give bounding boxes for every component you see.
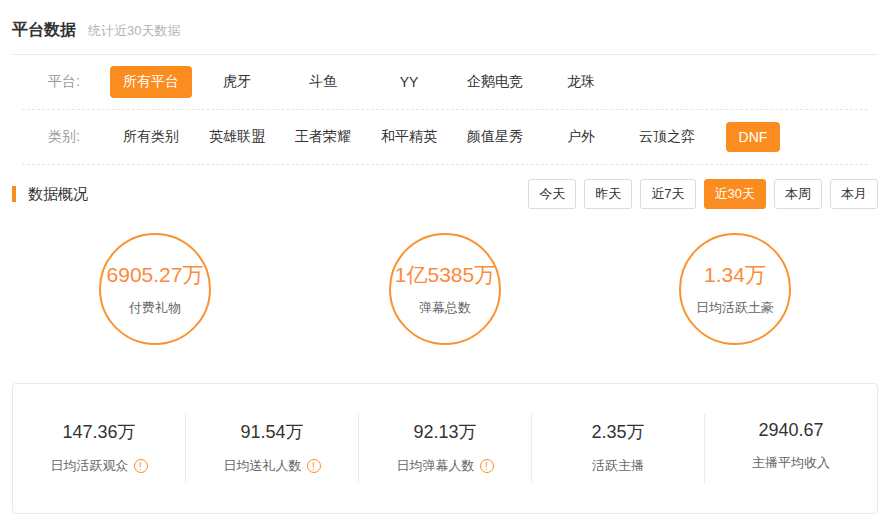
filter-item-slot: 英雄联盟 bbox=[194, 121, 280, 153]
time-tab[interactable]: 昨天 bbox=[584, 179, 632, 209]
stat-item: 2.35万 活跃主播 bbox=[532, 414, 705, 483]
filter-items: 所有类别 英雄联盟 王者荣耀 和平精英 颜值星秀 户外 云顶之弈 DNF bbox=[108, 121, 796, 153]
stat-item: 2940.67 主播平均收入 bbox=[705, 414, 877, 483]
metric-label: 付费礼物 bbox=[129, 299, 181, 317]
filter-item[interactable]: 和平精英 bbox=[375, 121, 443, 153]
stat-label: 日均送礼人数 bbox=[224, 457, 302, 475]
filter-item[interactable]: 龙珠 bbox=[561, 66, 601, 98]
metric-circle: 1亿5385万 弹幕总数 bbox=[389, 233, 501, 345]
filter-item[interactable]: 所有平台 bbox=[110, 66, 192, 98]
filter-item[interactable]: 所有类别 bbox=[117, 121, 185, 153]
stat-value: 2940.67 bbox=[705, 420, 877, 441]
filter-item[interactable]: 颜值星秀 bbox=[461, 121, 529, 153]
filter-item-slot: 龙珠 bbox=[538, 66, 624, 98]
time-tab[interactable]: 近30天 bbox=[704, 179, 766, 209]
stat-label-row: 日均送礼人数 ! bbox=[186, 457, 358, 475]
metric-value: 6905.27万 bbox=[107, 261, 204, 289]
section-title: 数据概况 bbox=[28, 185, 88, 204]
filter-item-slot: 和平精英 bbox=[366, 121, 452, 153]
filter-item-slot: 云顶之弈 bbox=[624, 121, 710, 153]
stat-label-row: 日均弹幕人数 ! bbox=[359, 457, 531, 475]
filter-item[interactable]: YY bbox=[394, 67, 425, 97]
time-tab[interactable]: 本周 bbox=[774, 179, 822, 209]
metric-label: 日均活跃土豪 bbox=[696, 299, 774, 317]
filter-item[interactable]: 户外 bbox=[561, 121, 601, 153]
platform-data-page: 平台数据 统计近30天数据 平台: 所有平台 虎牙 斗鱼 YY 企鹅电竞 龙珠 … bbox=[0, 0, 890, 514]
stat-value: 2.35万 bbox=[532, 420, 704, 444]
stat-label-row: 主播平均收入 bbox=[705, 454, 877, 472]
filter-item-slot: 王者荣耀 bbox=[280, 121, 366, 153]
filter-item[interactable]: 斗鱼 bbox=[303, 66, 343, 98]
filter-row-label: 平台: bbox=[48, 73, 100, 91]
metric-circle-wrap: 1亿5385万 弹幕总数 bbox=[300, 233, 590, 345]
section-accent-bar bbox=[12, 186, 16, 202]
time-range-tabs: 今天昨天近7天近30天本周本月 bbox=[528, 179, 878, 209]
filter-item-slot: DNF bbox=[710, 121, 796, 153]
filter-row: 类别: 所有类别 英雄联盟 王者荣耀 和平精英 颜值星秀 户外 云顶之弈 DNF bbox=[22, 110, 868, 165]
filter-items: 所有平台 虎牙 斗鱼 YY 企鹅电竞 龙珠 bbox=[108, 66, 624, 98]
stat-label-row: 日均活跃观众 ! bbox=[13, 457, 185, 475]
metric-value: 1亿5385万 bbox=[395, 261, 495, 289]
info-icon[interactable]: ! bbox=[480, 459, 494, 473]
page-title: 平台数据 bbox=[12, 20, 76, 41]
stat-label: 主播平均收入 bbox=[752, 454, 830, 472]
time-tab[interactable]: 本月 bbox=[830, 179, 878, 209]
stat-label: 日均弹幕人数 bbox=[397, 457, 475, 475]
filter-item[interactable]: 英雄联盟 bbox=[203, 121, 271, 153]
page-subtitle: 统计近30天数据 bbox=[88, 22, 180, 40]
time-tab[interactable]: 近7天 bbox=[640, 179, 695, 209]
stat-label-row: 活跃主播 bbox=[532, 457, 704, 475]
filter-item[interactable]: 云顶之弈 bbox=[633, 121, 701, 153]
stat-label: 活跃主播 bbox=[592, 457, 644, 475]
info-icon[interactable]: ! bbox=[307, 459, 321, 473]
stat-value: 147.36万 bbox=[13, 420, 185, 444]
page-header: 平台数据 统计近30天数据 bbox=[0, 0, 890, 54]
metric-circle: 6905.27万 付费礼物 bbox=[99, 233, 211, 345]
filter-row: 平台: 所有平台 虎牙 斗鱼 YY 企鹅电竞 龙珠 bbox=[22, 55, 868, 110]
filter-item-slot: 所有类别 bbox=[108, 121, 194, 153]
summary-circles: 6905.27万 付费礼物 1亿5385万 弹幕总数 1.34万 日均活跃土豪 bbox=[0, 223, 890, 345]
filter-item[interactable]: 王者荣耀 bbox=[289, 121, 357, 153]
metric-circle: 1.34万 日均活跃土豪 bbox=[679, 233, 791, 345]
filter-item-slot: 所有平台 bbox=[108, 66, 194, 98]
stat-label: 日均活跃观众 bbox=[51, 457, 129, 475]
stat-item: 147.36万 日均活跃观众 ! bbox=[13, 414, 186, 483]
stat-value: 92.13万 bbox=[359, 420, 531, 444]
filter-item-slot: 企鹅电竞 bbox=[452, 66, 538, 98]
overview-section-head: 数据概况 今天昨天近7天近30天本周本月 bbox=[0, 165, 890, 223]
stat-item: 92.13万 日均弹幕人数 ! bbox=[359, 414, 532, 483]
time-tab[interactable]: 今天 bbox=[528, 179, 576, 209]
metric-value: 1.34万 bbox=[704, 261, 766, 289]
filter-item-slot: 斗鱼 bbox=[280, 66, 366, 98]
info-icon[interactable]: ! bbox=[134, 459, 148, 473]
filter-item[interactable]: 虎牙 bbox=[217, 66, 257, 98]
stat-item: 91.54万 日均送礼人数 ! bbox=[186, 414, 359, 483]
stats-box: 147.36万 日均活跃观众 ! 91.54万 日均送礼人数 ! 92.13万 … bbox=[12, 383, 878, 514]
stat-value: 91.54万 bbox=[186, 420, 358, 444]
filter-row-label: 类别: bbox=[48, 128, 100, 146]
filter-item-slot: 虎牙 bbox=[194, 66, 280, 98]
filter-item-slot: 颜值星秀 bbox=[452, 121, 538, 153]
metric-label: 弹幕总数 bbox=[419, 299, 471, 317]
filter-item[interactable]: 企鹅电竞 bbox=[461, 66, 529, 98]
filter-item-slot: 户外 bbox=[538, 121, 624, 153]
filter-item-slot: YY bbox=[366, 66, 452, 98]
metric-circle-wrap: 1.34万 日均活跃土豪 bbox=[590, 233, 880, 345]
filter-item[interactable]: DNF bbox=[726, 122, 781, 152]
metric-circle-wrap: 6905.27万 付费礼物 bbox=[10, 233, 300, 345]
filter-section: 平台: 所有平台 虎牙 斗鱼 YY 企鹅电竞 龙珠 类别: 所有类别 英雄联盟 … bbox=[0, 55, 890, 165]
